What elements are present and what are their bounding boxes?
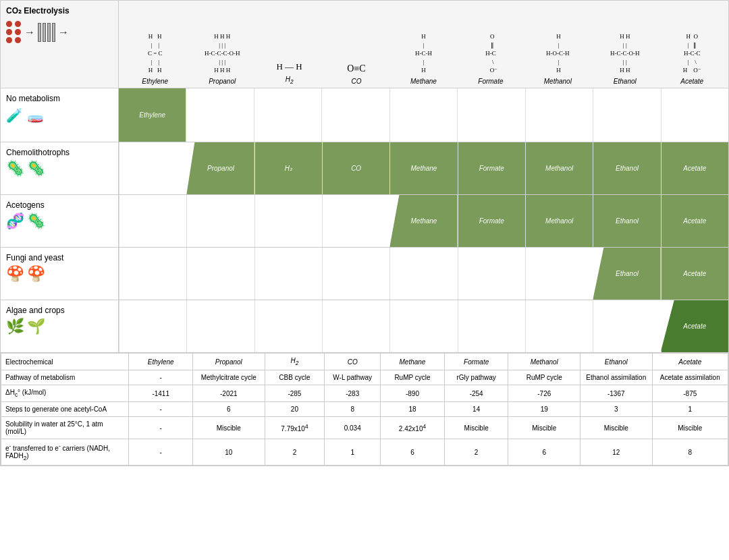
acetogens-content: Methane Formate Methanol Ethanol Acetate (119, 195, 728, 247)
ec-acetate: Acetate (652, 354, 728, 370)
algae-row: Algae and crops 🌿 🌱 Acetate (1, 300, 728, 353)
ec-h2: H2 (265, 354, 325, 370)
fungi-name: Fungi and yeast (6, 253, 63, 262)
fungi-row: Fungi and yeast 🍄 🍄 Ethanol Acetate (1, 248, 728, 300)
dh-methanol: -726 (508, 385, 580, 402)
no-meta-ethylene: Ethylene (119, 88, 186, 142)
el-methane: 6 (381, 439, 445, 466)
dh-acetate: -875 (652, 385, 728, 402)
dh-propanol: -2021 (193, 385, 265, 402)
chemicals-row: H H | | C = C | | H H Ethylene H H H | |… (119, 1, 728, 88)
solubility-header: Solubility in water at 25°C, 1 atm (mol/… (1, 417, 129, 439)
chemical-formate: O ‖ H-C \ O⁻ Formate (457, 32, 524, 85)
algae-co (322, 300, 389, 352)
fungi-icons: 🍄 🍄 (6, 265, 45, 283)
sol-methane: 2.42x104 (381, 417, 445, 439)
el-ethanol: 12 (580, 439, 653, 466)
el-acetate: 8 (652, 439, 728, 466)
chemical-methane: H | H-C-H | H Methane (390, 32, 457, 85)
ethylene-formula: H H | | C = C | | H H (148, 32, 163, 75)
acet-methane: Methane (389, 195, 457, 247)
chemical-h2: H — H H2 (256, 41, 323, 85)
sol-propanol: Miscible (193, 417, 265, 439)
el-formate: 2 (444, 439, 508, 466)
acet-methanol: Methanol (525, 195, 593, 247)
dh-formate: -254 (444, 385, 508, 402)
stack-lines (38, 23, 55, 42)
dh-ethanol: -1367 (580, 385, 653, 402)
acet-acetate: Acetate (661, 195, 728, 247)
algae-icon: 🌿 (6, 318, 24, 335)
fungi-methanol (525, 248, 593, 300)
st-acetate: 1 (652, 402, 728, 417)
acet-h2 (254, 195, 322, 247)
acet-propanol (186, 195, 254, 247)
methanol-formula: H | H-O-C-H | H (546, 32, 570, 75)
chemolithotrophs-content: Propanol H₂ CO Methane Formate Methanol … (119, 142, 728, 194)
electrochemical-header: Electrochemical (1, 354, 129, 370)
h2-name: H2 (286, 76, 294, 85)
methane-name: Methane (410, 78, 437, 85)
st-formate: 14 (444, 402, 508, 417)
stack-line4 (52, 23, 55, 42)
acet-ethanol: Ethanol (593, 195, 660, 247)
ec-methanol: Methanol (508, 354, 580, 370)
chemical-ethylene: H H | | C = C | | H H Ethylene (122, 32, 188, 85)
co2-title: CO₂ Electrolysis (6, 6, 70, 16)
ec-methane: Methane (381, 354, 445, 370)
ethylene-name: Ethylene (142, 78, 168, 85)
st-methane: 18 (381, 402, 445, 417)
chemo-methanol: Methanol (525, 142, 593, 194)
stack-line1 (38, 23, 41, 42)
header-row: CO₂ Electrolysis → → (1, 1, 728, 88)
st-ethanol: 3 (580, 402, 653, 417)
algae-acetate: Acetate (661, 300, 728, 352)
dot5 (6, 37, 12, 43)
pw-acetate: Acetate assimilation (652, 370, 728, 385)
st-co: 8 (325, 402, 381, 417)
co2-electrolysis-label: CO₂ Electrolysis → → (1, 1, 119, 88)
chemo-co: CO (322, 142, 389, 194)
no-meta-propanol (186, 88, 253, 142)
tubes-icon: 🧫 (27, 107, 44, 123)
fungi-methane (389, 248, 457, 300)
dot6 (15, 37, 21, 43)
sol-acetate: Miscible (652, 417, 728, 439)
fungi-ethanol: Ethanol (593, 248, 660, 300)
st-methanol: 19 (508, 402, 580, 417)
pw-co: W-L pathway (325, 370, 381, 385)
crop-icon: 🌱 (27, 318, 45, 335)
acetogens-icons: 🧬 🦠 (6, 213, 45, 230)
acetogens-icon: 🧬 (6, 213, 24, 230)
no-metabolism-label: No metabolism 🧪 🧫 (1, 88, 119, 142)
acet-formate: Formate (458, 195, 525, 247)
el-ethylene: - (129, 439, 193, 466)
sol-methanol: Miscible (508, 417, 580, 439)
fungi-co (322, 248, 389, 300)
ethanol-formula: H H | | H-C-C-O-H | | H H (610, 32, 640, 75)
ec-formate: Formate (444, 354, 508, 370)
table-row-solubility: Solubility in water at 25°C, 1 atm (mol/… (1, 417, 728, 439)
pw-methanol: RuMP cycle (508, 370, 580, 385)
chemical-co: O≡C CO (323, 43, 389, 85)
acetogens-name: Acetogens (6, 200, 45, 210)
algae-label: Algae and crops 🌿 🌱 (1, 300, 119, 352)
bacteria2-icon: 🦠 (27, 160, 45, 177)
deltah-header: ΔHc° (kJ/mol) (1, 385, 129, 402)
acet-co (322, 195, 389, 247)
formate-name: Formate (478, 78, 503, 85)
sol-co: 0.034 (325, 417, 381, 439)
ec-co: CO (325, 354, 381, 370)
acetogens2-icon: 🦠 (27, 213, 45, 230)
algae-content: Acetate (119, 300, 728, 352)
no-meta-acetate (661, 88, 728, 142)
propanol-formula: H H H | | | H-C-C-C-O-H | | | H H H (205, 32, 240, 75)
co-name: CO (352, 78, 362, 85)
electrolysis-graphic: → → (6, 21, 69, 43)
dot3 (6, 29, 12, 35)
chemolithotrophs-label: Chemolithotrophs 🦠 🦠 (1, 142, 119, 194)
chemo-formate: Formate (458, 142, 525, 194)
algae-ethylene (119, 300, 186, 352)
chemo-propanol: Propanol (186, 142, 254, 194)
no-meta-h2 (254, 88, 321, 142)
